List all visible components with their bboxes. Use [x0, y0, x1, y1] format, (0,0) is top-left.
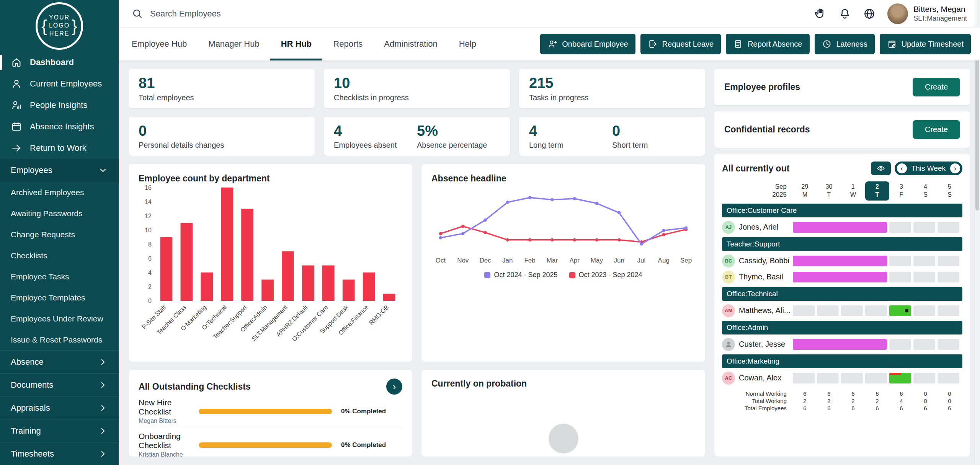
- home-icon: [11, 57, 22, 68]
- sidebar-subitem-employee-tasks[interactable]: Employee Tasks: [0, 266, 119, 287]
- sidebar-subitem-employees-under-review[interactable]: Employees Under Review: [0, 308, 119, 329]
- checklist-item-new-hire-checklist[interactable]: New Hire ChecklistMegan Bitters0% Comple…: [139, 395, 402, 428]
- sidebar-section-timesheets[interactable]: Timesheets: [0, 442, 119, 465]
- calendar-icon: [11, 121, 22, 132]
- sidebar-item-current-employees[interactable]: Current Employees: [0, 73, 119, 95]
- request-leave-button[interactable]: Request Leave: [640, 34, 721, 54]
- data-point: [506, 238, 509, 241]
- sidebar-section-employees[interactable]: Employees: [0, 159, 119, 182]
- day-column-1[interactable]: 1W: [841, 181, 865, 201]
- sidebar: { YOUR LOGO HERE } DashboardCurrent Empl…: [0, 0, 119, 465]
- next-week-button[interactable]: ›: [950, 163, 960, 173]
- notifications-button[interactable]: [838, 7, 851, 20]
- day-cells: [793, 339, 962, 350]
- globe-icon: [863, 7, 876, 20]
- sidebar-subitem-issue-reset-passwords[interactable]: Issue & Reset Passwords: [0, 329, 119, 350]
- sidebar-section-absence[interactable]: Absence: [0, 350, 119, 373]
- person-row-thyme-basil[interactable]: BTThyme, Basil: [722, 269, 962, 285]
- day-column-29[interactable]: 29M: [793, 181, 817, 201]
- tab-manager-hub[interactable]: Manager Hub: [198, 28, 270, 60]
- stats-row-1: 81Total employees10Checklists in progres…: [129, 69, 705, 108]
- stat-card-total-employees: 81Total employees: [129, 69, 315, 108]
- tab-reports[interactable]: Reports: [322, 28, 373, 60]
- prev-week-button[interactable]: ‹: [897, 163, 907, 173]
- probation-card: Currently on probation: [421, 370, 705, 457]
- schedule-cell: [938, 256, 959, 266]
- svg-text:4: 4: [148, 269, 152, 276]
- stat-label: Short term: [612, 141, 695, 150]
- group-label: Office:Customer Care: [727, 206, 797, 215]
- day-column-2[interactable]: 2T: [865, 181, 889, 201]
- person-row-cassidy-bobbi[interactable]: BCCassidy, Bobbi: [722, 253, 962, 269]
- search-input[interactable]: [149, 8, 348, 19]
- sidebar-item-label: Dashboard: [30, 57, 74, 67]
- svg-text:Aug: Aug: [658, 257, 670, 264]
- sidebar-item-dashboard[interactable]: Dashboard: [0, 52, 119, 73]
- schedule-cell: [913, 222, 935, 233]
- tab-label: Administration: [384, 39, 437, 49]
- subitem-label: Checklists: [11, 251, 47, 260]
- sidebar-subitem-employee-templates[interactable]: Employee Templates: [0, 287, 119, 308]
- page-scrollbar[interactable]: [975, 0, 980, 465]
- sidebar-item-people-insights[interactable]: People Insights: [0, 95, 119, 116]
- sidebar-section-appraisals[interactable]: Appraisals: [0, 396, 119, 419]
- group-header-office-marketing: Office:Marketing: [722, 354, 962, 368]
- scrollbar-thumb[interactable]: [975, 57, 979, 210]
- group-header-teacher-support: Teacher:Support: [722, 237, 962, 251]
- visibility-toggle-button[interactable]: [871, 162, 891, 175]
- tab-administration[interactable]: Administration: [373, 28, 448, 60]
- sidebar-subitem-awaiting-passwords[interactable]: Awaiting Passwords: [0, 203, 119, 224]
- sidebar-subitem-change-requests[interactable]: Change Requests: [0, 224, 119, 245]
- checklist-item-onboarding-checklist[interactable]: Onboarding ChecklistKristian Blanche0% C…: [139, 428, 402, 457]
- day-column-30[interactable]: 30T: [817, 181, 841, 201]
- sidebar-subitem-archived-employees[interactable]: Archived Employees: [0, 182, 119, 203]
- person-row-matthews-ali[interactable]: AMMatthews, Ali...: [722, 303, 962, 319]
- absence-range-bar[interactable]: [793, 256, 887, 266]
- language-button[interactable]: [863, 7, 876, 20]
- person-row-cowan-alex[interactable]: ACCowan, Alex: [722, 370, 962, 386]
- svg-text:Jun: Jun: [614, 257, 624, 264]
- schedule-cell: [841, 373, 863, 383]
- sidebar-item-absence-insights[interactable]: Absence Insights: [0, 116, 119, 137]
- data-point: [461, 232, 464, 235]
- week-selector: ‹ This Week ›: [895, 162, 962, 175]
- summary-label: Total Employees: [722, 405, 793, 411]
- user-menu[interactable]: Bitters, Megan SLT:Management: [887, 3, 967, 24]
- sidebar-section-training[interactable]: Training: [0, 419, 119, 442]
- wave-hand-button[interactable]: [814, 7, 827, 20]
- absence-range-bar[interactable]: [793, 272, 887, 282]
- absence-range-bar[interactable]: [793, 222, 887, 233]
- day-column-4[interactable]: 4S: [913, 181, 938, 201]
- view-all-checklists-button[interactable]: ›: [386, 379, 402, 395]
- onboard-employee-button[interactable]: Onboard Employee: [540, 34, 635, 54]
- schedule-cell: [817, 305, 839, 316]
- sidebar-item-return-to-work[interactable]: Return to Work: [0, 137, 119, 159]
- sidebar-section-documents[interactable]: Documents: [0, 373, 119, 396]
- search-employees[interactable]: [132, 8, 348, 20]
- report-absence-button[interactable]: Report Absence: [726, 34, 809, 54]
- create-profile-button[interactable]: Create: [913, 78, 960, 96]
- data-point: [439, 232, 442, 235]
- tab-employee-hub[interactable]: Employee Hub: [121, 28, 198, 60]
- create-record-button[interactable]: Create: [913, 120, 960, 139]
- absence-range-bar[interactable]: [889, 305, 911, 316]
- absence-range-bar[interactable]: [793, 339, 887, 350]
- tab-help[interactable]: Help: [448, 28, 487, 60]
- summary-value: 6: [841, 405, 865, 411]
- chevRight-icon: [98, 426, 108, 436]
- tab-hr-hub[interactable]: HR Hub: [270, 28, 323, 60]
- sidebar-main-nav: DashboardCurrent EmployeesPeople Insight…: [0, 52, 119, 159]
- lateness-button[interactable]: Lateness: [815, 34, 875, 54]
- sidebar-subitem-checklists[interactable]: Checklists: [0, 245, 119, 266]
- absence-range-bar[interactable]: [889, 373, 911, 383]
- svg-text:SLT:Management: SLT:Management: [250, 304, 289, 342]
- update-timesheet-button[interactable]: Update Timesheet: [880, 34, 971, 54]
- company-logo: { YOUR LOGO HERE }: [36, 2, 83, 50]
- schedule-cell: [913, 339, 935, 350]
- person-row-custer-jesse[interactable]: Custer, Jesse: [722, 336, 962, 352]
- person-row-jones-ariel[interactable]: AJJones, Ariel: [722, 219, 962, 235]
- day-column-5[interactable]: 5S: [938, 181, 962, 201]
- sidebar-collapsed-sections: AbsenceDocumentsAppraisalsTrainingTimesh…: [0, 350, 119, 465]
- right-column: Employee profiles Create Confidential re…: [714, 69, 970, 457]
- day-column-3[interactable]: 3F: [889, 181, 913, 201]
